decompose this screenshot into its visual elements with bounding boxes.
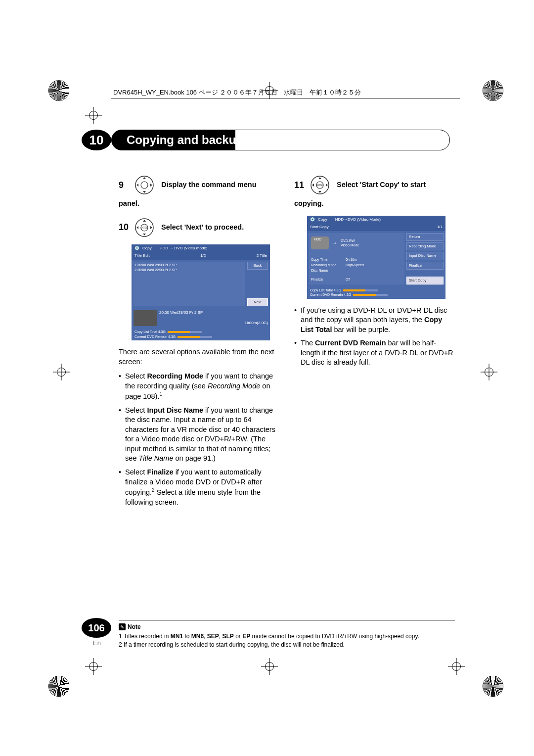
back-button: Back: [247, 262, 268, 270]
return-button: Return: [406, 233, 444, 241]
footnote-separator: ✎ Note 1 Titles recorded in MN1 to MN6, …: [119, 620, 455, 649]
ui-screenshot-copy-list: 💿 Copy HDD → DVD (Video mode) Title Edit…: [132, 244, 270, 340]
bullet-item: Select Recording Mode if you want to cha…: [119, 372, 279, 402]
note-icon: ✎: [119, 623, 126, 630]
finalize-button: Finalize: [406, 262, 444, 270]
chapter-title-bar: Copying and backup: [111, 130, 450, 150]
enter-button-icon: ENTER: [133, 216, 156, 239]
page-number-badge: 106: [82, 618, 111, 638]
crop-ornament-tl: [48, 80, 69, 101]
bullet-item: The Current DVD Remain bar will be half-…: [294, 338, 455, 368]
bullet-item: Select Finalize if you want to automatic…: [119, 468, 279, 507]
bullet-item: Select Input Disc Name if you want to ch…: [119, 406, 279, 464]
intro-text: There are several options available from…: [119, 347, 279, 367]
svg-point-1: [141, 182, 148, 189]
header-rule: [111, 98, 460, 98]
step-text-continued: panel.: [119, 199, 279, 209]
left-column: 9 Display the command menu panel. 10 ENT…: [119, 173, 279, 511]
step-text: Select 'Next' to proceed.: [161, 223, 244, 233]
svg-text:ENTER: ENTER: [140, 227, 148, 229]
step-text: Display the command menu: [161, 180, 257, 190]
doc-header: DVR645H_WY_EN.book 106 ページ ２００６年７月５日 水曜日…: [113, 88, 361, 97]
step-text: Select 'Start Copy' to start: [337, 180, 426, 190]
next-button: Next: [247, 298, 268, 306]
chapter-title: Copying and backup: [112, 133, 243, 147]
chapter-number-badge: 10: [82, 130, 111, 150]
recording-mode-button: Recording Mode: [406, 242, 444, 250]
svg-text:ENTER: ENTER: [316, 184, 324, 187]
bullet-item: If you're using a DVD-R DL or DVD+R DL d…: [294, 306, 455, 335]
enter-button-icon: ENTER: [308, 173, 332, 197]
crop-ornament-bl: [48, 676, 69, 697]
crosshair-mark: [261, 658, 278, 675]
crosshair-mark: [85, 658, 102, 675]
crosshair-mark: [53, 364, 70, 380]
page-language: En: [93, 639, 101, 647]
crosshair-mark: [448, 658, 465, 675]
crop-ornament-br: [483, 676, 503, 697]
note-label: Note: [128, 623, 141, 630]
step-number: 11: [294, 179, 303, 191]
preview-thumb: [134, 310, 157, 326]
start-copy-button: Start Copy: [406, 277, 444, 284]
step-text-continued: copying.: [294, 199, 455, 209]
crop-ornament-tr: [483, 80, 503, 101]
ui-screenshot-start-copy: 💿 Copy HDD→DVD (Video Mode) Start Copy 1…: [307, 216, 445, 299]
input-disc-name-button: Input Disc Name: [406, 252, 444, 260]
step-number: 10: [119, 221, 128, 233]
step-number: 9: [119, 179, 128, 191]
footnote-1: 1 Titles recorded in MN1 to MN6, SEP, SL…: [119, 632, 455, 641]
crosshair-mark: [85, 107, 102, 124]
crosshair-mark: [481, 364, 497, 380]
enter-button-icon: [133, 173, 156, 197]
footnote-2: 2 If a timer recording is scheduled to s…: [119, 641, 455, 649]
right-column: 11 ENTER Select 'Start Copy' to start co…: [294, 173, 455, 511]
